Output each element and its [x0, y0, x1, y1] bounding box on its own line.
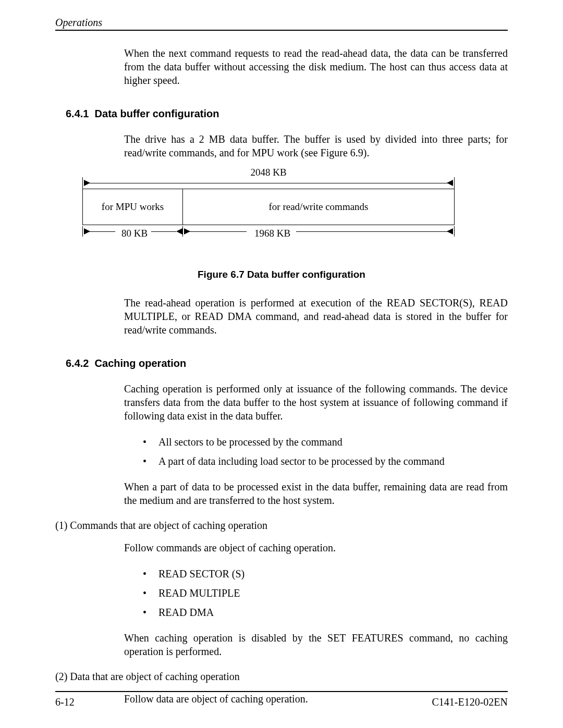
- rw-box: for read/write commands: [183, 189, 454, 225]
- bullets-1: All sectors to be processed by the comma…: [140, 435, 508, 468]
- right-size-label: 1968 KB: [254, 228, 290, 239]
- intro-paragraph: When the next command requests to read t…: [124, 46, 508, 87]
- section-641-heading: 6.4.1 Data buffer configuration: [66, 108, 508, 120]
- sub1-bullets: READ SECTOR (S) READ MULTIPLE READ DMA: [140, 567, 508, 620]
- bottom-dimension: 80 KB 1968 KB: [82, 226, 455, 241]
- sub1-label: (1) Commands that are object of caching …: [55, 520, 508, 532]
- figure-6-7: 2048 KB for MPU works for read/write com…: [82, 177, 455, 241]
- page-footer: 6-12 C141-E120-02EN: [55, 691, 508, 708]
- header-title: Operations: [55, 17, 102, 28]
- list-item: READ MULTIPLE: [140, 586, 508, 600]
- list-item: READ DMA: [140, 606, 508, 620]
- section-title: Data buffer configuration: [95, 108, 219, 119]
- buffer-diagram: for MPU works for read/write commands: [82, 189, 455, 225]
- left-size-label: 80 KB: [121, 228, 148, 239]
- list-item: All sectors to be processed by the comma…: [140, 435, 508, 449]
- mpu-box: for MPU works: [83, 189, 183, 225]
- list-item: A part of data including load sector to …: [140, 454, 508, 468]
- total-size-label: 2048 KB: [250, 167, 286, 178]
- top-dimension: 2048 KB: [82, 177, 455, 189]
- section-642-p2: When a part of data to be processed exis…: [124, 480, 508, 507]
- section-number: 6.4.2: [66, 357, 89, 369]
- page-number: 6-12: [55, 696, 75, 708]
- sub1-intro: Follow commands are object of caching op…: [124, 541, 508, 554]
- section-642-p1: Caching operation is performed only at i…: [124, 382, 508, 423]
- sub1-post: When caching operation is disabled by th…: [124, 631, 508, 658]
- section-641-text: The drive has a 2 MB data buffer. The bu…: [124, 132, 508, 159]
- section-title: Caching operation: [95, 357, 187, 369]
- section-641-postfig: The read-ahead operation is performed at…: [124, 296, 508, 337]
- page-header: Operations: [55, 17, 508, 31]
- doc-id: C141-E120-02EN: [432, 696, 508, 708]
- section-number: 6.4.1: [66, 108, 89, 119]
- sub2-label: (2) Data that are object of caching oper…: [55, 671, 508, 683]
- list-item: READ SECTOR (S): [140, 567, 508, 581]
- figure-caption: Figure 6.7 Data buffer configuration: [55, 269, 508, 280]
- section-642-heading: 6.4.2 Caching operation: [66, 357, 508, 369]
